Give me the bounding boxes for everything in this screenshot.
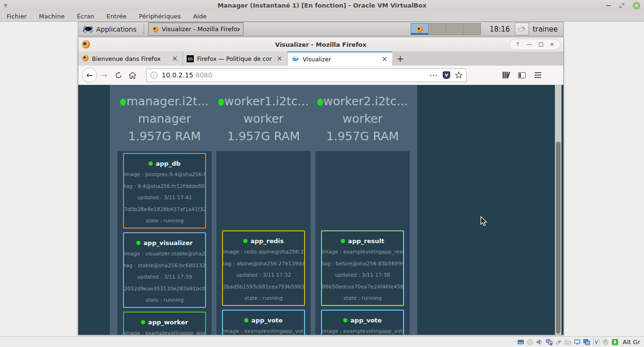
maximize-window-icon[interactable] [539, 42, 543, 47]
task-detail-row: image : examplevotingapp_vote:be [223, 326, 304, 335]
panel-clock: 18:16 [489, 25, 510, 34]
features-icon[interactable]: V [593, 338, 600, 346]
panel-grip[interactable] [143, 25, 146, 34]
task-detail-row: 2032d9eae353130e283a91bc09b6 [124, 283, 205, 295]
svg-text:V: V [594, 339, 598, 344]
new-tab-button[interactable]: + [392, 51, 408, 66]
workspace-cell-3[interactable] [446, 23, 463, 35]
sidebar-button[interactable] [515, 68, 529, 82]
task-status-dot [243, 239, 248, 243]
task-detail-row: image : examplevotingapp_worker: [124, 328, 205, 335]
menu-button[interactable] [531, 68, 545, 82]
reload-button[interactable] [111, 68, 125, 82]
scrollbar-thumb[interactable] [556, 142, 561, 334]
usb-icon[interactable] [555, 338, 562, 346]
task-card-app_redis: app_redisimage : redis:alpine@sha256:27e… [222, 230, 305, 306]
task-detail-row: 7d0b28e4e1828b437af1a41f322ad [124, 204, 205, 216]
tab-close-icon[interactable]: × [171, 54, 179, 63]
task-detail-row: state : running [124, 215, 205, 227]
audio-icon[interactable] [536, 338, 544, 346]
tab-bienvenue-dans-firefox[interactable]: Bienvenue dans Firefox× [78, 51, 183, 66]
task-status-dot [244, 318, 248, 322]
library-button[interactable] [499, 68, 513, 82]
swarm-node-worker-2: worker2.i2tc...worker1.957G RAMapp_resul… [315, 85, 410, 335]
minimize-window-icon[interactable]: — [527, 42, 532, 47]
hamburger-icon [535, 72, 541, 78]
url-bar[interactable]: i 10.0.2.15:8080 ··· v [146, 68, 467, 82]
vbox-titlebar: ▼ Manager (Instantané 1) [En fonction] -… [0, 0, 644, 11]
task-detail-row: updated : 3/11 17:41 [124, 192, 205, 204]
task-name: app_result [348, 237, 384, 245]
tab-close-icon[interactable]: × [275, 54, 283, 63]
swarm-container: manager.i2t...manager1.957G RAMapp_dbima… [110, 85, 417, 335]
firefox-icon [152, 26, 159, 33]
site-info-icon[interactable]: i [150, 72, 157, 79]
shared-folders-icon[interactable] [564, 338, 572, 346]
minimize-icon[interactable] [606, 5, 611, 6]
task-card-app_db: app_dbimage : postgres:9.4@sha256:fc12ft… [123, 153, 206, 229]
page-scrollbar[interactable] [555, 85, 561, 335]
task-card-app_worker: app_workerimage : examplevotingapp_worke… [123, 312, 206, 335]
vbox-menubar: FichierMachineÉcranEntréePériphériquesAi… [0, 11, 644, 22]
vbox-menu-item-machine[interactable]: Machine [39, 13, 65, 20]
close-window-icon[interactable]: ✕ [550, 42, 554, 47]
node-role: worker [216, 110, 311, 127]
display-icon[interactable] [574, 338, 581, 346]
task-name: app_worker [148, 319, 188, 326]
vbox-menu-item-écran[interactable]: Écran [77, 13, 94, 20]
swarm-node-manager-0: manager.i2t...manager1.957G RAMapp_dbima… [117, 85, 212, 335]
virtual-screens-icon[interactable] [583, 338, 591, 346]
reload-icon [115, 72, 122, 79]
tab-label: Visualizer [303, 56, 377, 63]
workspace-cell-2[interactable] [428, 23, 446, 35]
network-icon[interactable] [545, 338, 553, 346]
applications-menu-button[interactable]: Applications [78, 22, 141, 36]
keyboard-capture-icon[interactable] [611, 338, 619, 346]
task-name: app_vote [350, 317, 381, 324]
workspace-pager [411, 23, 481, 35]
vbox-menu-item-entrée[interactable]: Entrée [107, 13, 127, 20]
task-detail-row: updated : 3/11 17:39 [124, 271, 205, 283]
page-actions-icon[interactable]: ··· [429, 72, 438, 79]
vbox-menu-item-fichier[interactable]: Fichier [7, 13, 27, 20]
task-status-dot [149, 161, 153, 166]
workspace-cell-1[interactable] [411, 23, 429, 35]
sidebar-icon [518, 72, 526, 78]
mouse-integration-icon[interactable] [602, 338, 610, 346]
workspace-cell-4[interactable] [463, 23, 481, 35]
vbox-menu-item-aide[interactable]: Aide [193, 13, 207, 20]
mouse-cursor [480, 216, 487, 227]
close-icon[interactable]: × [633, 2, 640, 9]
firefox-window: Visualizer - Mozilla Firefox ↑ — ✕ Bienv… [78, 37, 564, 335]
tab-visualizer[interactable]: Visualizer× [288, 51, 392, 66]
node-ram: 1.957G RAM [117, 127, 212, 145]
restore-icon[interactable] [619, 3, 624, 8]
pocket-icon[interactable]: v [443, 71, 450, 79]
task-detail-row: updated : 3/11 17:38 [322, 270, 403, 281]
tab-firefox-politique-de-con[interactable]: mFirefox — Politique de con× [183, 51, 288, 66]
task-card-app_visualizer: app_visualizerimage : visualizer:stable@… [123, 232, 206, 308]
forward-button[interactable]: → [97, 68, 111, 82]
task-title: app_redis [223, 237, 304, 245]
xfce-panel: Applications Visualizer - Mozilla Firefo… [78, 22, 564, 36]
home-button[interactable] [125, 68, 140, 82]
xfce-mouse-icon [83, 25, 93, 34]
bookmark-star-icon[interactable] [455, 71, 462, 79]
back-button[interactable]: ← [82, 68, 97, 83]
node-status-dot [218, 99, 224, 106]
taskbar-window-button[interactable]: Visualizer - Mozilla Firefox [148, 22, 244, 36]
hdd-icon[interactable] [517, 338, 525, 346]
firefox-titlebar[interactable]: Visualizer - Mozilla Firefox ↑ — ✕ [78, 37, 563, 51]
node-status-dot [120, 99, 126, 106]
optical-disc-icon[interactable] [527, 338, 534, 346]
node-status-dot [317, 99, 323, 106]
vbox-menu-item-périphériques[interactable]: Périphériques [139, 13, 181, 20]
virtualbox-window: ▼ Manager (Instantané 1) [En fonction] -… [0, 0, 644, 347]
shade-window-icon[interactable]: ↑ [515, 42, 520, 47]
screenshot-tool-button[interactable] [515, 23, 529, 35]
node-name-line: manager.i2t... [117, 93, 212, 110]
tab-close-icon[interactable]: × [380, 55, 388, 63]
task-title: app_vote [322, 316, 403, 325]
url-text[interactable]: 10.0.2.15:8080 [162, 71, 429, 79]
task-detail-row: tag : before@sha256:83b568996e9 [322, 258, 403, 270]
